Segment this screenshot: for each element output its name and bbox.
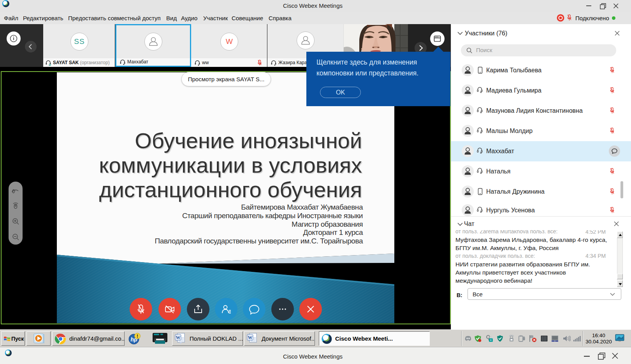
svg-text:W: W: [248, 335, 253, 340]
svg-text:W: W: [176, 335, 181, 340]
svg-text:!: !: [137, 334, 138, 339]
